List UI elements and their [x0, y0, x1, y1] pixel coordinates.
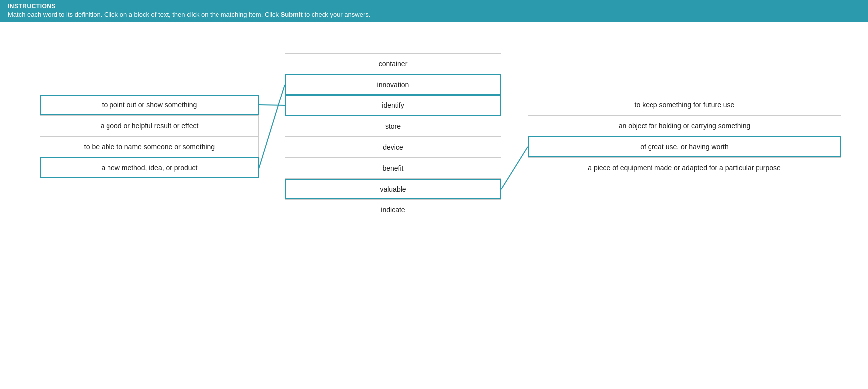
center-item-4[interactable]: store — [285, 116, 501, 137]
left-item-4[interactable]: a new method, idea, or product — [40, 157, 259, 178]
center-item-7[interactable]: valuable — [285, 179, 501, 199]
header: INSTRUCTIONS Match each word to its defi… — [0, 0, 868, 22]
right-item-1[interactable]: to keep something for future use — [528, 95, 841, 115]
left-column: to point out or show something a good or… — [40, 95, 259, 178]
right-item-4[interactable]: a piece of equipment made or adapted for… — [528, 157, 841, 178]
svg-line-0 — [259, 105, 285, 105]
right-item-2[interactable]: an object for holding or carrying someth… — [528, 115, 841, 136]
header-title: INSTRUCTIONS — [8, 3, 860, 10]
left-item-2[interactable]: a good or helpful result or effect — [40, 115, 259, 136]
right-column: to keep something for future use an obje… — [528, 95, 841, 178]
left-item-3[interactable]: to be able to name someone or something — [40, 136, 259, 157]
svg-line-1 — [259, 85, 285, 169]
left-item-1[interactable]: to point out or show something — [40, 95, 259, 115]
center-item-8[interactable]: indicate — [285, 199, 501, 220]
main-area: to point out or show something a good or… — [0, 22, 868, 389]
header-instructions: Match each word to its definition. Click… — [8, 11, 860, 18]
center-item-1[interactable]: container — [285, 53, 501, 74]
center-item-6[interactable]: benefit — [285, 158, 501, 179]
center-item-5[interactable]: device — [285, 137, 501, 158]
svg-line-2 — [501, 147, 528, 189]
center-column: container innovation identify store devi… — [285, 53, 501, 220]
center-item-3[interactable]: identify — [285, 95, 501, 116]
center-item-2[interactable]: innovation — [285, 74, 501, 95]
right-item-3[interactable]: of great use, or having worth — [528, 136, 841, 157]
